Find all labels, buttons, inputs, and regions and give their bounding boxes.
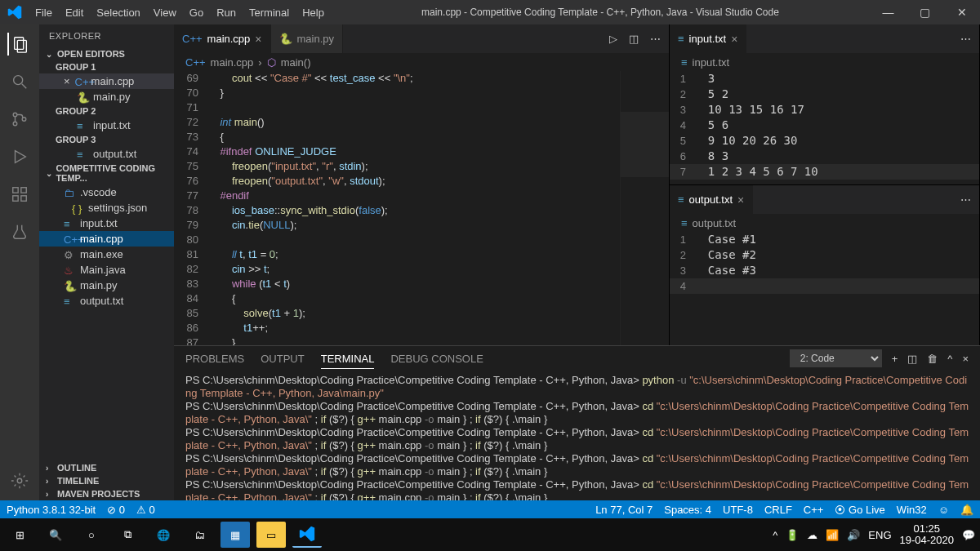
menu-terminal[interactable]: Terminal — [243, 7, 296, 19]
menu-view[interactable]: View — [147, 7, 183, 19]
close-icon[interactable]: ✕ — [943, 6, 980, 19]
status-win32[interactable]: Win32 — [897, 504, 927, 516]
file-inputtxt[interactable]: ≡input.txt — [39, 216, 174, 231]
split-icon[interactable]: ◫ — [629, 33, 639, 45]
menu-file[interactable]: File — [29, 7, 59, 19]
open-editor-inputtxt[interactable]: ≡input.txt — [39, 118, 174, 133]
tray-language[interactable]: ENG — [868, 529, 891, 541]
terminal-select[interactable]: 2: Code — [790, 349, 882, 367]
run-debug-icon[interactable] — [8, 145, 31, 168]
kill-terminal-icon[interactable]: 🗑 — [927, 353, 938, 365]
bell-icon[interactable]: 🔔 — [960, 504, 973, 516]
status-lncol[interactable]: Ln 77, Col 7 — [595, 504, 653, 516]
open-editors-section[interactable]: OPEN EDITORS — [39, 47, 174, 60]
status-eol[interactable]: CRLF — [764, 504, 792, 516]
sticky-notes-icon[interactable]: ▭ — [256, 522, 286, 548]
maven-section[interactable]: MAVEN PROJECTS — [39, 487, 174, 500]
panel-tab-problems[interactable]: PROBLEMS — [185, 353, 244, 365]
menu-go[interactable]: Go — [183, 7, 210, 19]
close-icon[interactable]: × — [255, 33, 261, 46]
panel-tab-debug[interactable]: DEBUG CONSOLE — [390, 353, 483, 365]
close-icon[interactable]: × — [737, 193, 744, 207]
explorer-header: EXPLORER — [39, 24, 174, 47]
breadcrumb[interactable]: C++ main.cpp › ⬡ main() — [174, 53, 669, 71]
file-mainexe[interactable]: ⚙main.exe — [39, 247, 174, 262]
file-settingsjson[interactable]: { }settings.json — [39, 200, 174, 216]
tab-outputtxt[interactable]: ≡output.txt× — [670, 185, 753, 214]
maximize-icon[interactable]: ▢ — [906, 6, 943, 19]
feedback-icon[interactable]: ☺ — [938, 504, 949, 516]
new-terminal-icon[interactable]: + — [892, 353, 898, 365]
status-language[interactable]: C++ — [804, 504, 824, 516]
close-panel-icon[interactable]: × — [962, 353, 969, 365]
tray-date[interactable]: 19-04-2020 — [900, 535, 955, 546]
cortana-icon[interactable]: ○ — [77, 522, 106, 548]
tray-time[interactable]: 01:25 — [900, 523, 955, 535]
minimize-icon[interactable]: — — [870, 6, 906, 19]
maximize-panel-icon[interactable]: ^ — [947, 353, 952, 365]
menu-selection[interactable]: Selection — [90, 7, 146, 19]
split-terminal-icon[interactable]: ◫ — [907, 353, 917, 365]
file-mainjava[interactable]: ♨Main.java — [39, 262, 174, 278]
start-icon[interactable]: ⊞ — [5, 522, 34, 548]
menu-help[interactable]: Help — [296, 7, 331, 19]
tab-maincpp[interactable]: C++main.cpp× — [174, 24, 271, 53]
tray-volume-icon[interactable]: 🔊 — [847, 529, 860, 541]
tray-onedrive-icon[interactable]: ☁ — [807, 529, 817, 541]
taskbar-search-icon[interactable]: 🔍 — [41, 522, 70, 548]
tray-chevron-icon[interactable]: ^ — [773, 529, 777, 541]
panel-tab-output[interactable]: OUTPUT — [261, 353, 304, 365]
panel-tab-terminal[interactable]: TERMINAL — [321, 353, 375, 369]
settings-gear-icon[interactable] — [8, 469, 31, 492]
close-icon[interactable]: × — [64, 75, 70, 87]
tray-notifications-icon[interactable]: 💬 — [962, 529, 975, 541]
output-editor[interactable]: 1 Case #12 Case #23 Case #34 — [670, 232, 979, 345]
tab-mainpy[interactable]: 🐍main.py — [271, 24, 344, 53]
titlebar: File Edit Selection View Go Run Terminal… — [0, 0, 980, 24]
taskview-icon[interactable]: ⧉ — [113, 522, 142, 548]
extensions-icon[interactable] — [8, 183, 31, 206]
status-errors[interactable]: ⊘ 0 — [107, 504, 125, 516]
folder-vscode[interactable]: 🗀.vscode — [39, 184, 174, 200]
vscode-taskbar-icon[interactable] — [292, 522, 322, 548]
menu-edit[interactable]: Edit — [59, 7, 90, 19]
chrome-icon[interactable]: 🌐 — [149, 522, 178, 548]
explorer-icon[interactable] — [7, 33, 30, 56]
bottom-panel: PROBLEMS OUTPUT TERMINAL DEBUG CONSOLE 2… — [174, 345, 980, 500]
status-warnings[interactable]: ⚠ 0 — [136, 504, 155, 516]
code-editor[interactable]: 6970717273747576777879808182838485868788… — [174, 71, 669, 345]
run-icon[interactable]: ▷ — [609, 33, 617, 45]
input-editor[interactable]: 1 32 5 23 10 13 15 16 174 5 65 9 10 20 2… — [670, 71, 979, 184]
source-control-icon[interactable] — [8, 108, 31, 131]
open-editor-outputtxt[interactable]: ≡output.txt — [39, 146, 174, 162]
file-outputtxt[interactable]: ≡output.txt — [39, 293, 174, 309]
tray-battery-icon[interactable]: 🔋 — [786, 529, 799, 541]
status-golive[interactable]: ⦿ Go Live — [835, 504, 884, 516]
terminal[interactable]: PS C:\Users\chinm\Desktop\Coding Practic… — [174, 371, 980, 500]
timeline-section[interactable]: TIMELINE — [39, 474, 174, 487]
status-python[interactable]: Python 3.8.1 32-bit — [7, 504, 96, 516]
search-icon[interactable] — [8, 70, 31, 93]
app-icon[interactable]: ▦ — [220, 522, 250, 548]
close-icon[interactable]: × — [731, 33, 737, 46]
open-editor-maincpp[interactable]: ×C++main.cpp — [39, 73, 174, 89]
status-encoding[interactable]: UTF-8 — [723, 504, 753, 516]
outline-section[interactable]: OUTLINE — [39, 461, 174, 474]
file-mainpy[interactable]: 🐍main.py — [39, 278, 174, 293]
more-icon[interactable]: ⋯ — [960, 193, 971, 206]
status-spaces[interactable]: Spaces: 4 — [664, 504, 711, 516]
cpp-icon: C++ — [75, 76, 87, 87]
menu-run[interactable]: Run — [210, 7, 243, 19]
text-icon: ≡ — [678, 193, 684, 206]
project-section[interactable]: COMPETITIVE CODING TEMP... — [39, 162, 174, 184]
tab-inputtxt[interactable]: ≡input.txt× — [670, 24, 746, 53]
testing-icon[interactable] — [8, 220, 31, 243]
tray-wifi-icon[interactable]: 📶 — [826, 529, 839, 541]
open-editor-mainpy[interactable]: 🐍main.py — [39, 89, 174, 104]
minimap[interactable] — [620, 71, 669, 345]
file-explorer-icon[interactable]: 🗂 — [185, 522, 214, 548]
minimap-thumb[interactable] — [621, 112, 669, 177]
more-icon[interactable]: ⋯ — [650, 33, 661, 45]
more-icon[interactable]: ⋯ — [960, 33, 971, 45]
file-maincpp[interactable]: C++main.cpp — [39, 231, 174, 247]
